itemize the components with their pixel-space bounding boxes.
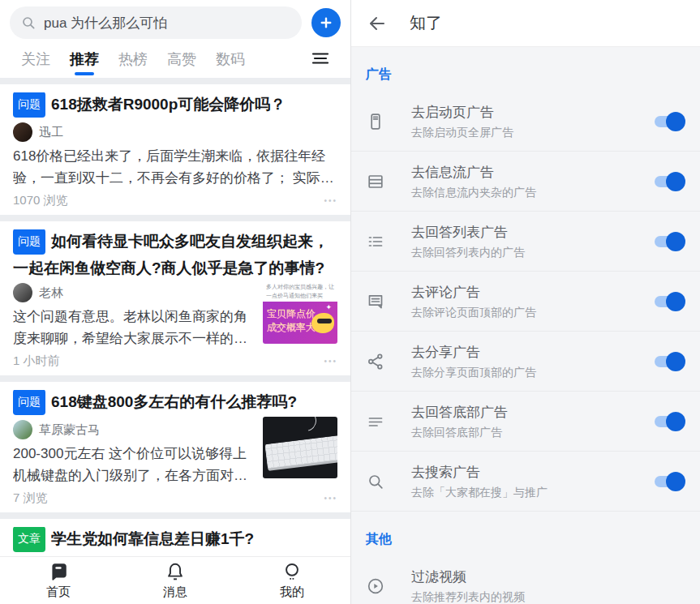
sparkle-icon: ✦ [325,303,332,311]
feed-list-icon [366,172,385,191]
card-type-badge: 问题 [13,92,45,118]
more-options-icon[interactable]: ••• [324,196,337,205]
feed-tab[interactable]: 高赞 [157,49,206,78]
bullet-list-icon [366,232,385,251]
card-meta: 7 浏览 [13,490,48,506]
back-icon[interactable] [367,14,387,33]
plus-icon [319,15,333,30]
bottom-nav-item[interactable]: 消息 [117,557,234,604]
play-video-icon [366,576,385,596]
feed-card[interactable]: 问题如何看待显卡吧众多吧友自发组织起来，一起在闲鱼做空商人?商人似乎是急了的事情… [0,221,350,375]
toggle-switch[interactable] [653,292,685,311]
setting-title: 去搜索广告 [411,463,643,482]
settings-item[interactable]: 去回答底部广告 去除回答底部广告 [351,392,700,452]
setting-subtitle: 去除启动页全屏广告 [411,124,643,140]
author-name: 老林 [39,285,63,301]
author-name: 迅工 [39,125,63,140]
page-title: 知了 [410,12,442,34]
setting-subtitle: 去除回答底部广告 [411,424,643,440]
setting-subtitle: 去除信息流内夹杂的广告 [411,184,643,200]
thumbnail-note-text: 多人对你的宝贝感兴趣，让一点价马通知他们来买 [263,280,337,302]
card-title: 问题618拯救者R9000p可能会降价吗？ [13,92,337,119]
setting-subtitle: 去除分享页面顶部的广告 [411,364,643,380]
settings-item[interactable]: 去回答列表广告 去除回答列表内的广告 [351,212,700,272]
active-tab-underline [75,72,94,75]
feed-card[interactable]: 问题618键盘800多左右的有什么推荐吗? 草原蒙古马 200-300元左右 这… [0,382,350,512]
search-query-text: pua 为什么那么可怕 [44,14,167,32]
settings-item[interactable]: 过滤视频 去除推荐列表内的视频 [351,556,700,604]
card-thumbnail: 多人对你的宝贝感兴趣，让一点价马通知他们来买 宝贝降点价 成交概率大 ✦ [263,280,337,344]
avatar [13,420,32,439]
setting-title: 去信息流广告 [411,163,643,182]
more-options-icon[interactable]: ••• [324,494,337,503]
bottom-nav-item[interactable]: 首页 [0,557,117,604]
avatar [13,122,32,142]
ad-thumbnail-fish: 多人对你的宝贝感兴趣，让一点价马通知他们来买 宝贝降点价 成交概率大 ✦ [263,280,337,344]
toggle-switch[interactable] [653,232,685,251]
zhihu-feed-panel: pua 为什么那么可怕 关注 推荐 热榜 高赞 数码 [0,0,350,604]
settings-list: 广告 去启动页广告 去除启动页全屏广告 [351,47,700,604]
settings-item[interactable]: 去评论广告 去除评论页面顶部的广告 [351,272,700,332]
setting-subtitle: 去除评论页面顶部的广告 [411,304,643,320]
bell-icon [165,561,186,582]
toggle-switch[interactable] [653,472,685,491]
card-meta: 1 小时前 [13,353,60,369]
tab-label: 热榜 [118,51,148,67]
toggle-switch[interactable] [653,112,685,131]
tab-label: 数码 [216,51,245,67]
feed-tab[interactable]: 热榜 [109,49,157,78]
card-author[interactable]: 老林 [13,283,255,302]
toggle-switch[interactable] [653,172,685,191]
setting-title: 去回答列表广告 [411,223,643,242]
author-name: 草原蒙古马 [39,422,100,438]
zhiliao-settings-panel: 知了 广告 去启动页广告 去除启动页全屏广告 [350,0,700,604]
split-screen: pua 为什么那么可怕 关注 推荐 热榜 高赞 数码 [0,0,700,604]
settings-item[interactable]: 去搜索广告 去除「大家都在搜」与推广 [351,452,700,512]
card-thumbnail [263,417,337,478]
search-input[interactable]: pua 为什么那么可怕 [10,6,302,39]
card-title: 问题618键盘800多左右的有什么推荐吗? [13,390,337,417]
more-options-icon[interactable]: ••• [324,357,337,366]
setting-title: 去评论广告 [411,283,643,302]
feed-card-list: 问题618拯救者R9000p可能会降价吗？ 迅工 618价格已经出来了，后面学生… [0,84,350,604]
card-title: 文章学生党如何靠信息差日赚1千? [13,527,337,554]
setting-title: 去回答底部广告 [411,403,643,422]
feed-tab[interactable]: 推荐 [60,49,109,78]
setting-subtitle: 去除「大家都在搜」与推广 [411,484,643,500]
add-button[interactable] [311,8,341,37]
home-icon [48,561,69,582]
setting-title: 过滤视频 [411,568,685,587]
card-meta: 1070 浏览 [13,193,68,208]
nav-label: 我的 [280,585,304,600]
bottom-nav-item[interactable]: 我的 [234,557,350,604]
category-menu-icon[interactable] [311,52,329,76]
text-lines-icon [366,412,385,431]
search-icon [20,15,37,31]
settings-header: 知了 [351,0,700,47]
card-type-badge: 问题 [13,229,45,255]
setting-subtitle: 去除推荐列表内的视频 [411,589,685,604]
feed-card[interactable]: 问题618拯救者R9000p可能会降价吗？ 迅工 618价格已经出来了，后面学生… [0,84,350,215]
tab-label: 推荐 [70,51,99,67]
settings-item[interactable]: 去信息流广告 去除信息流内夹杂的广告 [351,152,700,212]
feed-tab[interactable]: 关注 [11,49,60,78]
toggle-switch[interactable] [653,352,685,371]
feed-tab[interactable]: 数码 [206,49,255,78]
toggle-switch[interactable] [653,412,685,431]
card-excerpt: 200-300元左右 这个价位可以说够得上机械键盘的入门级别了，在各方面对于小白… [13,443,255,486]
card-author[interactable]: 迅工 [13,122,337,142]
setting-title: 去启动页广告 [411,103,643,122]
profile-icon [281,561,303,582]
settings-item[interactable]: 去启动页广告 去除启动页全屏广告 [351,92,700,152]
card-type-badge: 问题 [13,390,45,415]
nav-label: 消息 [163,585,187,600]
feed-tab-bar: 关注 推荐 热榜 高赞 数码 [10,39,341,78]
setting-subtitle: 去除回答列表内的广告 [411,244,643,260]
section-header: 其他 [351,512,700,556]
card-type-badge: 文章 [13,527,45,552]
setting-title: 去分享广告 [411,343,643,362]
feed-header: pua 为什么那么可怕 关注 推荐 热榜 高赞 数码 [0,0,350,78]
other-section: 其他 过滤视频 去除推荐列表内的视频 [351,512,700,604]
card-author[interactable]: 草原蒙古马 [13,420,255,439]
settings-item[interactable]: 去分享广告 去除分享页面顶部的广告 [351,332,700,392]
